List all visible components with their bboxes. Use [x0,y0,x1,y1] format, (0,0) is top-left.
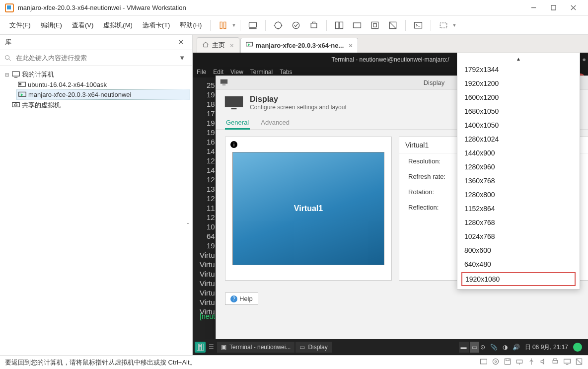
resolution-option[interactable]: 1680x1050 [457,104,580,118]
svg-rect-22 [12,72,19,76]
device-floppy-icon[interactable] [504,358,512,367]
svg-rect-47 [564,359,571,363]
seamless-button[interactable] [384,18,401,32]
tree-root-mycomputer[interactable]: ⊟ 我的计算机 [2,69,190,80]
tray-updates-icon[interactable]: ◑ [503,344,508,351]
unity-button[interactable] [349,18,366,32]
term-menu-file[interactable]: File [197,69,206,75]
term-menu-edit[interactable]: Edit [213,69,223,75]
resolution-option[interactable]: 1024x768 [457,229,580,243]
tray-usb-icon[interactable]: ⊙ [480,344,485,351]
console-button[interactable] [410,18,427,32]
resolution-option[interactable]: 1152x864 [457,202,580,216]
help-icon: ? [230,295,237,302]
taskbar-terminal-button[interactable]: ▣ Terminal - neutionwei... [217,342,294,353]
fullscreen-button[interactable] [367,18,383,32]
snapshot-button[interactable] [270,18,287,32]
resolution-option[interactable]: 1280x768 [457,216,580,229]
tree-root-label: 我的计算机 [22,70,54,79]
library-close-button[interactable]: ✕ [175,37,187,48]
device-usb-icon[interactable] [527,358,535,367]
resolution-option[interactable]: 1280x960 [457,160,580,174]
scroll-up-icon[interactable]: ▲ [457,55,580,63]
device-display-icon[interactable] [563,358,571,367]
device-net-icon[interactable] [515,358,523,367]
resolution-option[interactable]: 1280x1024 [457,132,580,146]
resolution-option[interactable]: 1360x768 [457,174,580,188]
resolution-option[interactable]: 1600x1200 [457,90,580,104]
content-tabbar: 主页 × manjaro-xfce-20.0.3-x64-ne... × [193,35,588,53]
taskbar-workspace-2[interactable]: ▭ [470,342,479,353]
splitter-handle[interactable]: · [187,218,189,228]
device-cd-icon[interactable] [492,358,500,367]
manage-button[interactable] [305,18,322,32]
prop-reflection-label: Reflection: [408,204,460,211]
device-more-icon[interactable] [575,358,583,367]
menu-vm[interactable]: 虚拟机(M) [99,19,137,32]
display-tab-general[interactable]: General [225,116,250,129]
expand-icon[interactable]: ⊟ [4,72,10,77]
close-button[interactable] [563,0,583,15]
vm-close-icon[interactable]: ● [582,56,586,63]
tray-volume-icon[interactable]: 🔊 [513,344,520,351]
svg-rect-42 [506,359,509,361]
minimize-button[interactable] [523,0,543,15]
maximize-button[interactable] [543,0,563,15]
tree-vm-ubuntu[interactable]: ubuntu-16.04.2-x64-100ask [16,80,190,89]
tab-close-icon[interactable]: × [230,42,234,49]
tab-close-icon[interactable]: × [349,42,353,49]
pause-dropdown-icon[interactable]: ▼ [231,23,236,28]
resolution-option[interactable]: 800x600 [457,243,580,257]
resolution-option[interactable]: 1280x800 [457,188,580,202]
tray-power-icon[interactable] [573,343,582,352]
resolution-option[interactable]: 1920x1080 [461,272,576,286]
tab-manjaro[interactable]: manjaro-xfce-20.0.3-x64-ne... × [240,38,358,53]
info-icon[interactable]: i [230,141,237,148]
svg-point-40 [495,361,496,362]
svg-line-50 [576,359,582,364]
tab-home[interactable]: 主页 × [197,37,239,53]
revert-button[interactable] [288,18,304,32]
taskbar-workspace-1[interactable]: ▬ [459,342,469,353]
vm-label: manjaro-xfce-20.0.3-x64-neutionwei [28,91,131,98]
menu-edit[interactable]: 编辑(E) [36,19,67,32]
term-menu-view[interactable]: View [230,69,243,75]
help-button[interactable]: ? Help [225,293,258,305]
pause-button[interactable] [215,18,231,32]
library-search-input[interactable] [15,52,173,64]
monitor-preview-screen[interactable]: Virtual1 [232,152,384,265]
resolution-option[interactable]: 1920x1200 [457,76,580,90]
monitor-preview[interactable]: i Virtual1 [225,137,392,281]
menu-file[interactable]: 文件(F) [5,19,35,32]
stretch-dropdown-icon[interactable]: ▼ [452,23,456,28]
manjaro-menu-button[interactable] [195,342,206,353]
taskbar-display-button[interactable]: ▭ Display [295,342,331,353]
device-disk-icon[interactable] [480,358,488,367]
shared-icon [12,102,20,109]
resolution-option[interactable]: 1792x1344 [457,63,580,76]
vm-console[interactable]: Terminal - neutionwei@neutionwei-manjaro… [193,53,588,355]
menu-tabs[interactable]: 选项卡(T) [138,19,175,32]
resolution-option[interactable]: 1440x900 [457,146,580,160]
display-wintitle-text: Display [424,79,445,86]
display-tab-advanced[interactable]: Advanced [260,116,291,129]
tray-clip-icon[interactable]: 📎 [490,344,498,351]
tile-button[interactable] [331,18,348,32]
taskbar-clock[interactable]: 日 06 9月, 21:17 [525,343,568,352]
menu-view[interactable]: 查看(V) [68,19,98,32]
terminal-icon: ▣ [221,344,226,351]
send-keys-button[interactable] [244,18,261,32]
tree-shared-vms[interactable]: 共享的虚拟机 [2,100,190,111]
resolution-option[interactable]: 1400x1050 [457,118,580,132]
search-dropdown-icon[interactable]: ▼ [176,54,188,62]
menu-help[interactable]: 帮助(H) [175,19,206,32]
resolution-option[interactable]: 640x480 [457,257,580,271]
term-menu-terminal[interactable]: Terminal [250,69,273,75]
window-list-icon[interactable]: ☰ [207,344,216,351]
status-message: 要返回到您的计算机，请将鼠标指针从虚拟机中移出或按 Ctrl+Alt。 [5,358,196,367]
tree-vm-manjaro[interactable]: manjaro-xfce-20.0.3-x64-neutionwei [16,89,190,100]
term-menu-tabs[interactable]: Tabs [280,69,292,75]
stretch-button[interactable] [435,18,452,32]
device-printer-icon[interactable] [551,358,559,367]
device-sound-icon[interactable] [539,358,547,367]
